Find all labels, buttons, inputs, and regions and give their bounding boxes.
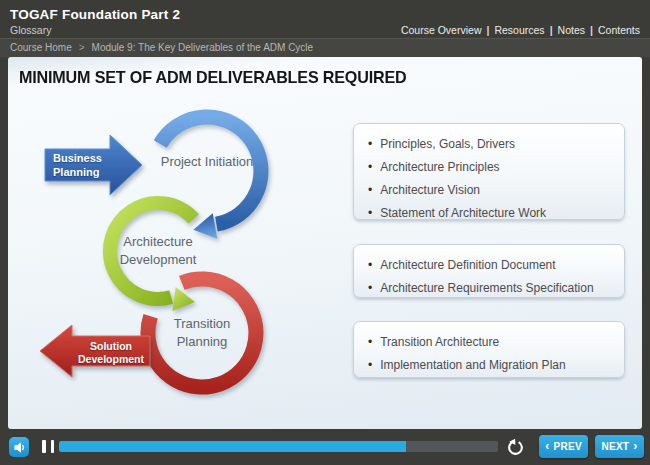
solution-development-label: Solution Development (72, 340, 150, 366)
top-header: TOGAF Foundation Part 2 Glossary Course … (0, 0, 650, 38)
nav-link-resources[interactable]: Resources (494, 24, 544, 36)
nav-separator: | (550, 24, 553, 36)
deliverables-box-transition: •Transition Architecture •Implementation… (353, 321, 625, 378)
progress-bar[interactable] (59, 441, 498, 452)
business-planning-label: Business Planning (53, 151, 117, 179)
next-button[interactable]: NEXT › (595, 435, 644, 458)
speaker-icon (13, 441, 26, 454)
list-item: •Transition Architecture (368, 335, 616, 349)
phase-transition-planning: Transition Planning (147, 315, 257, 351)
bullet-icon: • (368, 138, 372, 150)
volume-button[interactable] (9, 437, 29, 457)
list-item: •Implementation and Migration Plan (368, 358, 616, 372)
nav-separator: | (486, 24, 489, 36)
bullet-icon: • (368, 359, 372, 371)
chevron-left-icon: ‹ (545, 441, 549, 451)
course-title: TOGAF Foundation Part 2 (10, 7, 180, 22)
breadcrumb-course-home[interactable]: Course Home (10, 42, 72, 53)
list-item: •Architecture Principles (368, 160, 616, 174)
prev-button[interactable]: ‹ PREV (539, 435, 588, 458)
bullet-icon: • (368, 161, 372, 173)
nav-link-contents[interactable]: Contents (598, 24, 640, 36)
breadcrumb: Course Home>Module 9: The Key Deliverabl… (0, 38, 650, 57)
phase-project-initiation: Project Initiation (152, 153, 262, 171)
pause-bar-icon (42, 440, 46, 453)
slide-content: MINIMUM SET OF ADM DELIVERABLES REQUIRED (8, 57, 642, 429)
pause-button[interactable] (42, 440, 54, 453)
breadcrumb-current: Module 9: The Key Deliverables of the AD… (92, 42, 314, 53)
bullet-icon: • (368, 207, 372, 219)
phase-architecture-development: Architecture Development (93, 233, 223, 269)
bullet-icon: • (368, 259, 372, 271)
breadcrumb-separator: > (79, 42, 85, 53)
list-item: •Architecture Requirements Specification (368, 281, 616, 295)
deliverables-box-initiation: •Principles, Goals, Drivers •Architectur… (353, 123, 625, 220)
project-initiation-ring (160, 117, 261, 243)
green-arrowhead-icon (172, 287, 196, 314)
nav-link-course-overview[interactable]: Course Overview (401, 24, 482, 36)
player-bar: ‹ PREV NEXT › (0, 429, 650, 465)
list-item: •Statement of Architecture Work (368, 206, 616, 220)
course-player-window: TOGAF Foundation Part 2 Glossary Course … (0, 0, 650, 465)
chevron-right-icon: › (633, 441, 637, 451)
bullet-icon: • (368, 184, 372, 196)
nav-separator: | (590, 24, 593, 36)
bullet-icon: • (368, 282, 372, 294)
glossary-link[interactable]: Glossary (10, 24, 51, 36)
header-nav: Course Overview|Resources|Notes|Contents (401, 24, 640, 36)
progress-fill (59, 441, 406, 452)
next-button-label: NEXT (601, 441, 629, 452)
list-item: •Principles, Goals, Drivers (368, 137, 616, 151)
slide-title: MINIMUM SET OF ADM DELIVERABLES REQUIRED (19, 68, 406, 88)
prev-button-label: PREV (553, 441, 581, 452)
replay-button[interactable] (505, 437, 525, 457)
nav-link-notes[interactable]: Notes (558, 24, 585, 36)
deliverables-box-development: •Architecture Definition Document •Archi… (353, 244, 625, 298)
list-item: •Architecture Definition Document (368, 258, 616, 272)
bullet-icon: • (368, 336, 372, 348)
list-item: •Architecture Vision (368, 183, 616, 197)
replay-icon (506, 437, 525, 456)
pause-bar-icon (51, 440, 55, 453)
